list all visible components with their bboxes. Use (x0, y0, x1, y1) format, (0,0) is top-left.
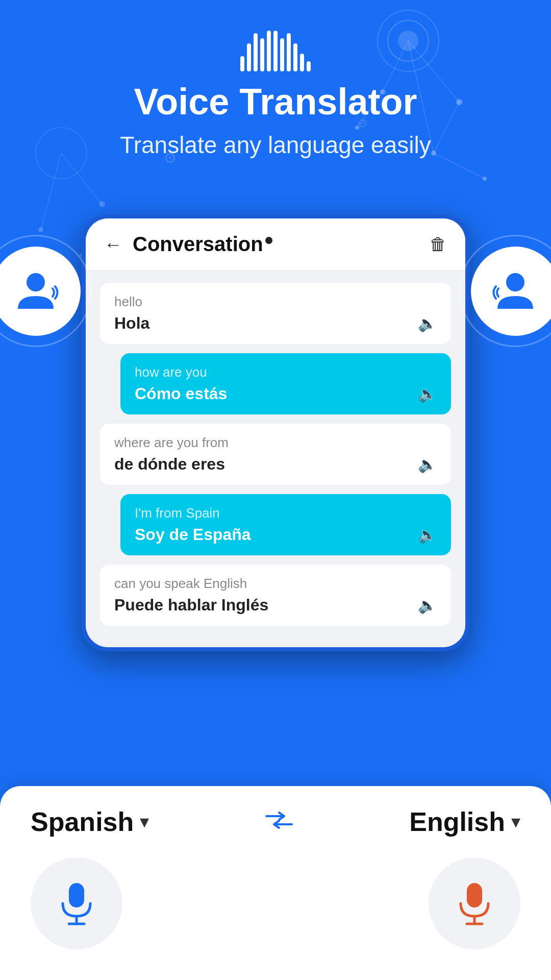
wave-bar-4 (260, 38, 264, 71)
app-subtitle: Translate any language easily (0, 130, 551, 161)
msg-3-translated-row: de dónde eres 🔈 (114, 455, 437, 474)
swap-languages-button[interactable] (264, 808, 294, 836)
phone-mockup: ← Conversation 🗑 hello Hola 🔈 (82, 214, 469, 651)
msg-4-original: I'm from Spain (135, 505, 437, 521)
delete-button[interactable]: 🗑 (430, 234, 447, 254)
mic-left-icon (59, 880, 94, 926)
spanish-chevron-icon: ▾ (140, 811, 149, 832)
mic-right-button[interactable] (429, 857, 520, 949)
mic-left-button[interactable] (31, 857, 122, 949)
conversation-title: Conversation (133, 233, 430, 256)
msg-3-original: where are you from (114, 435, 437, 451)
chat-area: hello Hola 🔈 how are you Cómo estás 🔈 (86, 271, 465, 647)
wave-bar-1 (240, 56, 244, 71)
avatar-right-outer-ring (459, 235, 551, 347)
msg-5-speaker-icon[interactable]: 🔈 (418, 596, 437, 614)
header: Voice Translator Translate any language … (0, 0, 551, 161)
wave-bar-8 (287, 33, 291, 71)
wave-bar-9 (293, 43, 297, 71)
wave-bar-7 (280, 38, 284, 71)
msg-5-translated: Puede hablar Inglés (114, 596, 268, 615)
svg-rect-29 (69, 883, 84, 908)
swap-icon (264, 810, 294, 830)
english-chevron-icon: ▾ (511, 811, 520, 832)
svg-line-18 (61, 153, 102, 204)
msg-3-speaker-icon[interactable]: 🔈 (418, 455, 437, 473)
english-label: English (409, 806, 505, 837)
svg-point-16 (38, 227, 43, 232)
wave-bar-11 (307, 61, 311, 71)
msg-1-speaker-icon[interactable]: 🔈 (418, 314, 437, 332)
svg-point-28 (506, 273, 524, 291)
message-3: where are you from de dónde eres 🔈 (100, 424, 451, 485)
svg-line-19 (41, 153, 61, 230)
message-1: hello Hola 🔈 (100, 283, 451, 344)
wave-bar-6 (273, 31, 278, 71)
avatar-right (471, 247, 552, 336)
avatar-right-wrapper (459, 235, 551, 347)
msg-4-speaker-icon[interactable]: 🔈 (418, 526, 437, 544)
wave-bar-5 (267, 31, 271, 71)
wave-bar-10 (300, 54, 304, 71)
msg-2-speaker-icon[interactable]: 🔈 (418, 385, 437, 403)
bottom-bar: Spanish ▾ English ▾ (0, 786, 551, 980)
msg-2-original: how are you (135, 364, 437, 380)
msg-4-translated: Soy de España (135, 525, 251, 544)
spanish-selector[interactable]: Spanish ▾ (31, 806, 149, 837)
spanish-label: Spanish (31, 806, 134, 837)
phone-inner-frame: ← Conversation 🗑 hello Hola 🔈 (86, 218, 465, 647)
msg-2-translated-row: Cómo estás 🔈 (135, 384, 437, 403)
app-bar: ← Conversation 🗑 (86, 218, 465, 271)
phone-outer-frame: ← Conversation 🗑 hello Hola 🔈 (82, 214, 469, 651)
app-title: Voice Translator (0, 82, 551, 122)
waveform-icon (0, 31, 551, 71)
wave-bar-2 (247, 43, 251, 71)
msg-1-translated-row: Hola 🔈 (114, 314, 437, 333)
msg-2-translated: Cómo estás (135, 384, 227, 403)
msg-3-translated: de dónde eres (114, 455, 225, 474)
svg-rect-32 (467, 883, 482, 908)
wave-bar-3 (254, 33, 258, 71)
msg-1-original: hello (114, 294, 437, 310)
mic-right-icon (457, 880, 492, 926)
english-selector[interactable]: English ▾ (409, 806, 520, 837)
avatar-left-wrapper (0, 235, 92, 347)
avatar-left-outer-ring (0, 235, 92, 347)
svg-point-27 (27, 273, 45, 291)
person-right-icon (492, 268, 538, 314)
back-button[interactable]: ← (104, 234, 122, 255)
language-selector-row: Spanish ▾ English ▾ (31, 806, 520, 837)
msg-1-translated: Hola (114, 314, 149, 333)
microphone-row (31, 857, 520, 949)
message-4: I'm from Spain Soy de España 🔈 (120, 494, 451, 555)
svg-point-7 (483, 177, 487, 181)
msg-4-translated-row: Soy de España 🔈 (135, 525, 437, 544)
person-left-icon (13, 268, 59, 314)
notification-dot (265, 237, 272, 244)
svg-point-15 (99, 201, 105, 207)
msg-5-translated-row: Puede hablar Inglés 🔈 (114, 596, 437, 615)
message-2: how are you Cómo estás 🔈 (120, 353, 451, 414)
msg-5-original: can you speak English (114, 576, 437, 592)
avatar-left (0, 247, 81, 336)
message-5: can you speak English Puede hablar Inglé… (100, 565, 451, 626)
